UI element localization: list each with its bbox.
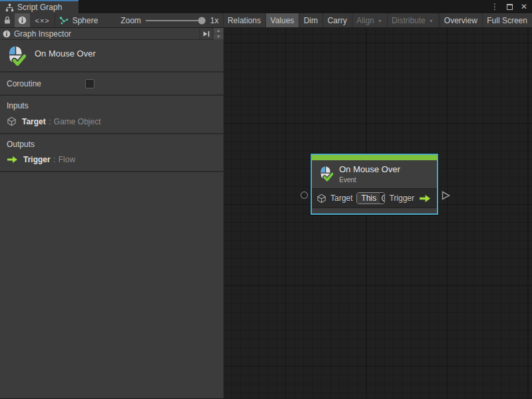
node-output-port[interactable]: [442, 191, 450, 200]
window-controls: ⋮ ✕: [489, 0, 529, 13]
zoom-slider-track: [146, 20, 205, 21]
code-icon: <×>: [35, 17, 50, 25]
dock-panel-button[interactable]: [200, 28, 213, 40]
node-subtitle: Event: [339, 176, 400, 184]
window-menu-icon[interactable]: ⋮: [489, 1, 500, 12]
node-event-colorbar: [312, 155, 437, 160]
cube-icon: [7, 116, 17, 126]
object-picker-icon[interactable]: [380, 193, 385, 203]
output-port-row: Trigger : Flow: [7, 155, 223, 164]
toolbar-button-values[interactable]: Values: [266, 13, 299, 27]
zoom-label: Zoom: [120, 16, 141, 25]
graph-canvas[interactable]: On Mouse Over Event Target This: [224, 28, 532, 398]
chevron-down-icon: ▼: [429, 19, 434, 23]
coroutine-checkbox[interactable]: [85, 79, 94, 88]
mouse-event-icon: [319, 166, 333, 183]
cube-icon: [317, 194, 327, 203]
outputs-section: Outputs Trigger : Flow: [0, 134, 223, 172]
graph-toolbar: <×> Sphere Zoom 1x Relations Values Dim: [0, 13, 532, 28]
inspector-title: Graph Inspector: [14, 29, 200, 39]
toolbar-button-dim[interactable]: Dim: [299, 13, 323, 27]
panel-scroller: ▲ ▼: [213, 28, 223, 40]
target-value-button[interactable]: This: [356, 192, 385, 204]
tab-title: Script Graph: [17, 3, 62, 12]
maximize-icon[interactable]: [504, 1, 515, 12]
toolbar-button-align[interactable]: Align ▼: [352, 13, 387, 27]
node-ports-row: Target This Trigger: [312, 188, 437, 207]
inputs-header: Inputs: [7, 101, 223, 110]
toolbar-button-relations[interactable]: Relations: [223, 13, 265, 27]
scroll-down-icon[interactable]: ▼: [213, 34, 223, 40]
event-node-on-mouse-over[interactable]: On Mouse Over Event Target This: [311, 154, 438, 215]
input-port-row: Target : Game Object: [7, 116, 223, 126]
graph-inspector-panel: Graph Inspector ▲ ▼: [0, 28, 224, 398]
node-footer: [312, 207, 437, 213]
flow-arrow-icon: [7, 156, 18, 164]
zoom-slider[interactable]: [146, 13, 205, 28]
node-header: On Mouse Over Event: [312, 160, 437, 188]
lock-button[interactable]: [0, 13, 15, 27]
lock-icon: [3, 16, 11, 25]
coroutine-label: Coroutine: [7, 79, 85, 88]
toolbar-button-fullscreen[interactable]: Full Screen: [482, 13, 532, 27]
node-title: On Mouse Over: [339, 164, 400, 175]
code-view-button[interactable]: <×>: [30, 13, 55, 27]
scroll-up-icon[interactable]: ▲: [213, 28, 223, 34]
toolbar-button-distribute[interactable]: Distribute ▼: [387, 13, 438, 27]
inspector-header: Graph Inspector ▲ ▼: [0, 28, 223, 40]
toolbar-button-overview[interactable]: Overview: [440, 13, 482, 27]
outputs-header: Outputs: [7, 140, 223, 149]
trigger-port-label: Trigger: [389, 194, 414, 203]
flow-arrow-icon: [419, 194, 431, 203]
zoom-slider-handle[interactable]: [198, 17, 205, 24]
unit-title-section: On Mouse Over: [0, 40, 223, 72]
coroutine-row: Coroutine: [0, 72, 223, 96]
toolbar-button-carry[interactable]: Carry: [323, 13, 351, 27]
tab-script-graph[interactable]: Script Graph: [0, 0, 78, 13]
target-port-label: Target: [331, 194, 352, 203]
mouse-event-icon: [6, 45, 26, 68]
inputs-section: Inputs Target : Game Object: [0, 96, 223, 134]
info-icon: [3, 30, 11, 38]
graph-owner-breadcrumb[interactable]: Sphere: [55, 13, 104, 27]
graph-hierarchy-icon: [5, 3, 14, 12]
inspector-empty-area: [0, 172, 223, 398]
titlebar: Script Graph ⋮ ✕: [0, 0, 532, 13]
node-input-port[interactable]: [301, 192, 308, 199]
zoom-value: 1x: [210, 16, 219, 25]
info-icon: [18, 16, 27, 25]
unit-title: On Mouse Over: [35, 49, 96, 59]
graph-owner-label: Sphere: [72, 16, 98, 25]
inspector-toggle-button[interactable]: [15, 13, 30, 27]
chevron-down-icon: ▼: [378, 19, 382, 23]
close-icon[interactable]: ✕: [519, 1, 529, 12]
flow-graph-icon: [59, 16, 68, 25]
